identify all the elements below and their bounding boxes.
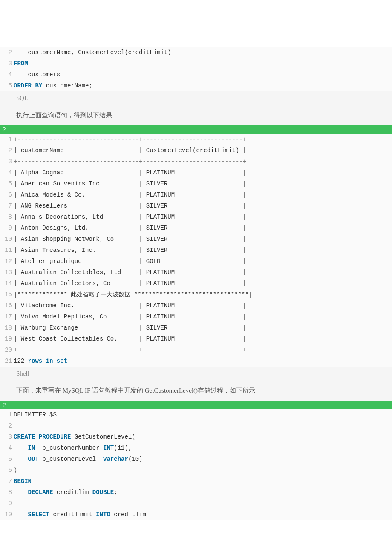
- line-number: 11: [0, 245, 14, 256]
- lang-label-1: SQL: [0, 91, 392, 107]
- code-line: 4| Alpha Cognac | PLATINUM |: [0, 167, 392, 178]
- line-content: customers: [14, 69, 392, 80]
- code-line: 3FROM: [0, 58, 392, 69]
- code-line: 7BEGIN: [0, 476, 392, 487]
- line-content: | Asian Treasures, Inc. | SILVER |: [14, 245, 392, 256]
- code-line: 10| Asian Shopping Network, Co | SILVER …: [0, 234, 392, 245]
- code-line: 6| Amica Models & Co. | PLATINUM |: [0, 189, 392, 200]
- code-line: 2: [0, 420, 392, 431]
- code-line: 9| Anton Designs, Ltd. | SILVER |: [0, 223, 392, 234]
- line-content: | Atelier graphique | GOLD |: [14, 256, 392, 267]
- line-number: 10: [0, 509, 14, 520]
- line-number: 3: [0, 156, 14, 167]
- line-content: CREATE PROCEDURE GetCustomerLevel(: [14, 431, 392, 442]
- line-number: 6: [0, 189, 14, 200]
- line-content: | Anna's Decorations, Ltd | PLATINUM |: [14, 211, 392, 223]
- line-content: BEGIN: [14, 476, 392, 487]
- code-block-2: 1+----------------------------------+---…: [0, 134, 392, 367]
- line-content: | Alpha Cognac | PLATINUM |: [14, 167, 392, 178]
- line-number: 9: [0, 498, 14, 509]
- code-line: 11| Asian Treasures, Inc. | SILVER |: [0, 245, 392, 256]
- code-line: 1DELIMITER $$: [0, 409, 392, 420]
- line-number: 2: [0, 145, 14, 156]
- code-line: 6): [0, 465, 392, 476]
- code-line: 15|************** 此处省略了一大波数据 ***********…: [0, 289, 392, 300]
- line-number: 2: [0, 47, 14, 58]
- line-content: | Warburg Exchange | SILVER |: [14, 322, 392, 333]
- line-content: DELIMITER $$: [14, 409, 392, 420]
- line-number: 9: [0, 223, 14, 234]
- line-number: 13: [0, 267, 14, 278]
- code-block-3: 1DELIMITER $$23CREATE PROCEDURE GetCusto…: [0, 409, 392, 520]
- line-number: 14: [0, 278, 14, 289]
- line-number: 20: [0, 344, 14, 356]
- line-content: | Amica Models & Co. | PLATINUM |: [14, 189, 392, 200]
- line-number: 5: [0, 454, 14, 465]
- line-content: 122 rows in set: [14, 356, 392, 367]
- code-line: 4 IN p_customerNumber INT(11),: [0, 442, 392, 454]
- line-content: | Australian Collectables, Ltd | PLATINU…: [14, 267, 392, 278]
- code-line: 3+----------------------------------+---…: [0, 156, 392, 167]
- line-number: 3: [0, 431, 14, 442]
- narration-1: 执行上面查询语句，得到以下结果 -: [0, 107, 392, 125]
- line-number: 4: [0, 69, 14, 80]
- code-line: 13| Australian Collectables, Ltd | PLATI…: [0, 267, 392, 278]
- code-line: 5ORDER BY customerName;: [0, 80, 392, 91]
- code-line: 18| Warburg Exchange | SILVER |: [0, 322, 392, 333]
- code-line: 19| West Coast Collectables Co. | PLATIN…: [0, 333, 392, 344]
- line-content: ): [14, 465, 392, 476]
- code-line: 17| Volvo Model Replicas, Co | PLATINUM …: [0, 311, 392, 322]
- line-content: +----------------------------------+----…: [14, 134, 392, 145]
- code-line: 5 OUT p_customerLevel varchar(10): [0, 454, 392, 465]
- line-number: 18: [0, 322, 14, 333]
- line-content: | Vitachrome Inc. | PLATINUM |: [14, 300, 392, 311]
- line-content: FROM: [14, 58, 392, 69]
- line-number: 7: [0, 476, 14, 487]
- code-line: 14| Australian Collectors, Co. | PLATINU…: [0, 278, 392, 289]
- line-number: 19: [0, 333, 14, 344]
- code-line: 8| Anna's Decorations, Ltd | PLATINUM |: [0, 211, 392, 223]
- line-number: 4: [0, 167, 14, 178]
- line-number: 1: [0, 134, 14, 145]
- code-line: 7| ANG Resellers | SILVER |: [0, 200, 392, 211]
- line-content: | ANG Resellers | SILVER |: [14, 200, 392, 211]
- line-number: 5: [0, 80, 14, 91]
- line-content: | West Coast Collectables Co. | PLATINUM…: [14, 333, 392, 344]
- line-content: DECLARE creditlim DOUBLE;: [14, 487, 392, 498]
- line-content: | Volvo Model Replicas, Co | PLATINUM |: [14, 311, 392, 322]
- narration-2: 下面，来重写在 MySQL IF 语句教程中开发的 GetCustomerLev…: [0, 382, 392, 401]
- line-content: | customerName | CustomerLevel(creditLim…: [14, 145, 392, 156]
- code-line: 16| Vitachrome Inc. | PLATINUM |: [0, 300, 392, 311]
- code-line: 20+----------------------------------+--…: [0, 344, 392, 356]
- line-content: | Anton Designs, Ltd. | SILVER |: [14, 223, 392, 234]
- line-number: 15: [0, 289, 14, 300]
- line-number: 4: [0, 442, 14, 454]
- line-content: SELECT creditlimit INTO creditlim: [14, 509, 392, 520]
- code-line: 3CREATE PROCEDURE GetCustomerLevel(: [0, 431, 392, 442]
- code-line: 2 customerName, CustomerLevel(creditLimi…: [0, 47, 392, 58]
- line-content: customerName, CustomerLevel(creditLimit): [14, 47, 392, 58]
- line-content: OUT p_customerLevel varchar(10): [14, 454, 392, 465]
- line-number: 12: [0, 256, 14, 267]
- line-number: 16: [0, 300, 14, 311]
- green-bar-2: ?: [0, 401, 392, 409]
- line-number: 21: [0, 356, 14, 367]
- line-number: 17: [0, 311, 14, 322]
- line-content: IN p_customerNumber INT(11),: [14, 442, 392, 454]
- line-number: 3: [0, 58, 14, 69]
- line-content: +----------------------------------+----…: [14, 156, 392, 167]
- line-number: 10: [0, 234, 14, 245]
- code-line: 4 customers: [0, 69, 392, 80]
- line-number: 8: [0, 487, 14, 498]
- lang-label-2: Shell: [0, 367, 392, 382]
- top-padding: [0, 0, 392, 47]
- bottom-padding: [0, 520, 392, 555]
- code-block-1: 2 customerName, CustomerLevel(creditLimi…: [0, 47, 392, 91]
- code-line: 1+----------------------------------+---…: [0, 134, 392, 145]
- line-number: 8: [0, 211, 14, 223]
- code-line: 5| American Souvenirs Inc | SILVER |: [0, 178, 392, 189]
- line-content: | Australian Collectors, Co. | PLATINUM …: [14, 278, 392, 289]
- line-number: 6: [0, 465, 14, 476]
- line-number: 1: [0, 409, 14, 420]
- code-line: 12| Atelier graphique | GOLD |: [0, 256, 392, 267]
